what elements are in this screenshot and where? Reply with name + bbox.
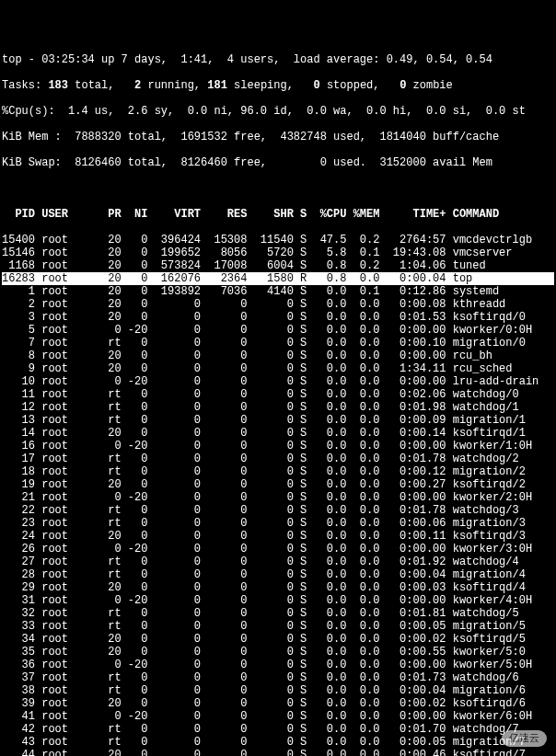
process-row[interactable]: 14 root 20 0 0 0 0 S 0.0 0.0 0:00.14 kso… (2, 427, 554, 440)
process-row[interactable]: 23 root rt 0 0 0 0 S 0.0 0.0 0:00.06 mig… (2, 517, 554, 530)
process-row[interactable]: 37 root rt 0 0 0 0 S 0.0 0.0 0:01.73 wat… (2, 671, 554, 684)
process-row[interactable]: 38 root rt 0 0 0 0 S 0.0 0.0 0:00.04 mig… (2, 684, 554, 697)
process-row[interactable]: 26 root 0 -20 0 0 0 S 0.0 0.0 0:00.00 kw… (2, 543, 554, 556)
process-row[interactable]: 15146 root 20 0 199652 8056 5720 S 5.8 0… (2, 246, 554, 259)
process-row[interactable]: 11 root rt 0 0 0 0 S 0.0 0.0 0:02.06 wat… (2, 388, 554, 401)
process-row[interactable]: 8 root 20 0 0 0 0 S 0.0 0.0 0:00.00 rcu_… (2, 349, 554, 362)
process-row[interactable]: 16283 root 20 0 162076 2364 1580 R 0.8 0… (2, 272, 554, 285)
process-row[interactable]: 36 root 0 -20 0 0 0 S 0.0 0.0 0:00.00 kw… (2, 659, 554, 671)
process-row[interactable]: 32 root rt 0 0 0 0 S 0.0 0.0 0:01.81 wat… (2, 607, 554, 620)
process-row[interactable]: 41 root 0 -20 0 0 0 S 0.0 0.0 0:00.00 kw… (2, 710, 554, 723)
process-row[interactable]: 21 root 0 -20 0 0 0 S 0.0 0.0 0:00.00 kw… (2, 491, 554, 504)
process-row[interactable]: 28 root rt 0 0 0 0 S 0.0 0.0 0:00.04 mig… (2, 568, 554, 581)
process-row[interactable]: 12 root rt 0 0 0 0 S 0.0 0.0 0:01.98 wat… (2, 401, 554, 414)
process-row[interactable]: 42 root rt 0 0 0 0 S 0.0 0.0 0:01.70 wat… (2, 723, 554, 736)
process-row[interactable]: 43 root rt 0 0 0 0 S 0.0 0.0 0:00.05 mig… (2, 736, 554, 749)
process-row[interactable]: 1168 root 20 0 573824 17008 6004 S 0.8 0… (2, 259, 554, 272)
blank-line (2, 182, 554, 195)
process-row[interactable]: 15400 root 20 0 396424 15308 11540 S 47.… (2, 234, 554, 246)
process-row[interactable]: 31 root 0 -20 0 0 0 S 0.0 0.0 0:00.00 kw… (2, 594, 554, 607)
process-row[interactable]: 39 root 20 0 0 0 0 S 0.0 0.0 0:00.02 kso… (2, 697, 554, 710)
process-row[interactable]: 9 root 20 0 0 0 0 S 0.0 0.0 1:34.11 rcu_… (2, 362, 554, 375)
process-row[interactable]: 33 root rt 0 0 0 0 S 0.0 0.0 0:00.05 mig… (2, 620, 554, 633)
process-row[interactable]: 7 root rt 0 0 0 0 S 0.0 0.0 0:00.10 migr… (2, 337, 554, 349)
process-row[interactable]: 1 root 20 0 193892 7036 4140 S 0.0 0.1 0… (2, 285, 554, 298)
column-header[interactable]: PID USER PR NI VIRT RES SHR S %CPU %MEM … (2, 208, 554, 221)
process-row[interactable]: 5 root 0 -20 0 0 0 S 0.0 0.0 0:00.00 kwo… (2, 324, 554, 337)
watermark-logo: 亿速云 (502, 730, 547, 747)
top-summary-swap: KiB Swap: 8126460 total, 8126460 free, 0… (2, 156, 554, 169)
process-row[interactable]: 35 root 20 0 0 0 0 S 0.0 0.0 0:00.55 kwo… (2, 646, 554, 659)
process-row[interactable]: 17 root rt 0 0 0 0 S 0.0 0.0 0:01.78 wat… (2, 452, 554, 465)
top-summary-tasks: Tasks: 183 total, 2 running, 181 sleepin… (2, 79, 554, 92)
top-summary-mem: KiB Mem : 7888320 total, 1691532 free, 4… (2, 131, 554, 143)
process-row[interactable]: 44 root 20 0 0 0 0 S 0.0 0.0 0:00.46 kso… (2, 749, 554, 756)
process-row[interactable]: 13 root rt 0 0 0 0 S 0.0 0.0 0:00.09 mig… (2, 414, 554, 427)
process-row[interactable]: 16 root 0 -20 0 0 0 S 0.0 0.0 0:00.00 kw… (2, 440, 554, 452)
process-row[interactable]: 2 root 20 0 0 0 0 S 0.0 0.0 0:00.08 kthr… (2, 298, 554, 311)
process-row[interactable]: 3 root 20 0 0 0 0 S 0.0 0.0 0:01.53 ksof… (2, 311, 554, 324)
process-row[interactable]: 34 root 20 0 0 0 0 S 0.0 0.0 0:00.02 kso… (2, 633, 554, 646)
top-summary-cpu: %Cpu(s): 1.4 us, 2.6 sy, 0.0 ni, 96.0 id… (2, 105, 554, 118)
process-row[interactable]: 24 root 20 0 0 0 0 S 0.0 0.0 0:00.11 kso… (2, 530, 554, 543)
process-row[interactable]: 19 root 20 0 0 0 0 S 0.0 0.0 0:00.27 kso… (2, 478, 554, 491)
process-row[interactable]: 27 root rt 0 0 0 0 S 0.0 0.0 0:01.92 wat… (2, 556, 554, 568)
process-row[interactable]: 29 root 20 0 0 0 0 S 0.0 0.0 0:00.03 kso… (2, 581, 554, 594)
process-row[interactable]: 22 root rt 0 0 0 0 S 0.0 0.0 0:01.78 wat… (2, 504, 554, 517)
top-summary-uptime: top - 03:25:34 up 7 days, 1:41, 4 users,… (2, 53, 554, 66)
process-row[interactable]: 18 root rt 0 0 0 0 S 0.0 0.0 0:00.12 mig… (2, 465, 554, 478)
process-list[interactable]: 15400 root 20 0 396424 15308 11540 S 47.… (2, 234, 554, 756)
process-row[interactable]: 10 root 0 -20 0 0 0 S 0.0 0.0 0:00.00 lr… (2, 375, 554, 388)
